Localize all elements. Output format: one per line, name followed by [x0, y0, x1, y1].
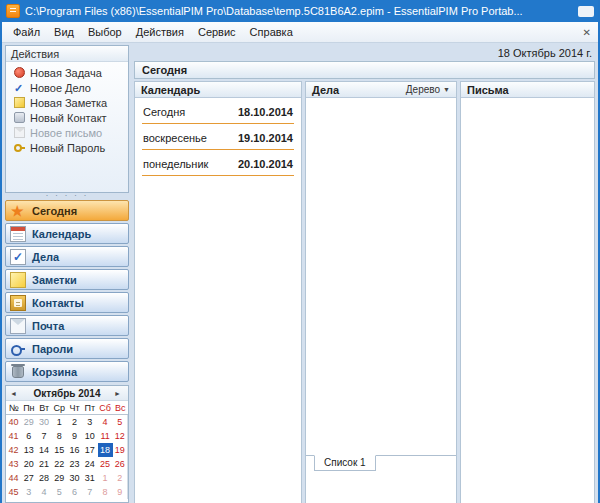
- calendar-day-cell[interactable]: 11: [98, 429, 113, 443]
- menu-item[interactable]: Справка: [243, 24, 300, 40]
- action-label: Новое письмо: [30, 127, 102, 139]
- nav-button[interactable]: Календарь: [5, 223, 129, 244]
- calendar-day-cell[interactable]: 14: [37, 443, 52, 457]
- calendar-day-cell[interactable]: 43: [6, 457, 21, 471]
- prev-month-button[interactable]: ◄: [10, 390, 20, 397]
- tasks-column: Дела Дерево ▼ Список 1: [305, 81, 457, 503]
- calendar-day-cell[interactable]: 29: [52, 471, 67, 485]
- chevron-down-icon: ▼: [443, 86, 450, 93]
- entry-date-label: 19.10.2014: [238, 132, 293, 144]
- calendar-day-cell[interactable]: 5: [52, 485, 67, 499]
- calendar-day-cell[interactable]: 12: [113, 429, 128, 443]
- nav-label: Календарь: [32, 228, 91, 240]
- calendar-entry[interactable]: воскресенье 19.10.2014: [135, 124, 301, 150]
- calendar-day-cell[interactable]: 30: [67, 471, 82, 485]
- calendar-day-cell[interactable]: 2: [113, 471, 128, 485]
- calendar-day-cell[interactable]: 10: [82, 429, 97, 443]
- calendar-day-cell[interactable]: 20: [21, 457, 36, 471]
- menu-item[interactable]: Выбор: [81, 24, 129, 40]
- nav-button[interactable]: Контакты: [5, 292, 129, 313]
- next-month-button[interactable]: ►: [114, 390, 124, 397]
- calendar-day-cell[interactable]: 42: [6, 443, 21, 457]
- mini-calendar: ◄ Октябрь 2014 ► № Пн Вт Ср Чт: [5, 385, 129, 503]
- menu-item[interactable]: Вид: [47, 24, 81, 40]
- nav-button[interactable]: Сегодня: [5, 200, 129, 221]
- calendar-day-cell[interactable]: 29: [21, 415, 36, 429]
- weekday-header-cell: Пн: [21, 401, 36, 415]
- calendar-day-cell[interactable]: 4: [37, 485, 52, 499]
- calendar-day-cell[interactable]: 15: [52, 443, 67, 457]
- calendar-column-body: Сегодня 18.10.2014 воскресенье 19.10.201…: [135, 98, 301, 503]
- nav-button[interactable]: Почта: [5, 315, 129, 336]
- window-controls[interactable]: [578, 6, 594, 17]
- weekday-header-cell: Сб: [98, 401, 113, 415]
- action-item[interactable]: Новая Заметка: [6, 95, 128, 110]
- menu-item[interactable]: Действия: [129, 24, 191, 40]
- weekday-header-cell: Пт: [82, 401, 97, 415]
- weekday-header-cell: Ср: [52, 401, 67, 415]
- action-item[interactable]: Новая Задача: [6, 65, 128, 80]
- calendar-day-cell[interactable]: 22: [52, 457, 67, 471]
- menu-close-icon[interactable]: ✕: [576, 27, 598, 38]
- calendar-day-cell[interactable]: 19: [113, 443, 128, 457]
- calendar-day-cell[interactable]: 41: [6, 429, 21, 443]
- action-item[interactable]: Новое письмо: [6, 125, 128, 140]
- calendar-entry[interactable]: понедельник 20.10.2014: [135, 150, 301, 176]
- tasks-column-title: Дела: [312, 84, 339, 96]
- entry-date-label: 18.10.2014: [238, 106, 293, 118]
- calendar-day-cell[interactable]: 45: [6, 485, 21, 499]
- calendar-day-cell[interactable]: 9: [113, 485, 128, 499]
- today-columns: Календарь Сегодня 18.10.2014: [134, 81, 595, 503]
- calendar-day-cell[interactable]: 30: [37, 415, 52, 429]
- action-item[interactable]: Новый Контакт: [6, 110, 128, 125]
- action-item[interactable]: Новый Пароль: [6, 140, 128, 155]
- calendar-day-cell[interactable]: 17: [82, 443, 97, 457]
- list-tab[interactable]: Список 1: [314, 455, 376, 471]
- calendar-day-cell[interactable]: 40: [6, 415, 21, 429]
- nav-button[interactable]: Пароли: [5, 338, 129, 359]
- action-item[interactable]: Новое Дело: [6, 80, 128, 95]
- menu-item[interactable]: Сервис: [191, 24, 243, 40]
- weekday-header-cell: Вс: [113, 401, 128, 415]
- calendar-day-cell[interactable]: 4: [98, 415, 113, 429]
- tree-view-dropdown[interactable]: Дерево ▼: [406, 84, 450, 95]
- nav-button[interactable]: Корзина: [5, 361, 129, 382]
- calendar-day-cell[interactable]: 9: [67, 429, 82, 443]
- calendar-day-cell[interactable]: 24: [82, 457, 97, 471]
- calendar-day-cell[interactable]: 26: [113, 457, 128, 471]
- calendar-day-cell[interactable]: 1: [52, 415, 67, 429]
- nav-icon: [10, 226, 26, 242]
- calendar-entry[interactable]: Сегодня 18.10.2014: [135, 98, 301, 124]
- calendar-day-cell[interactable]: 16: [67, 443, 82, 457]
- calendar-day-cell[interactable]: 3: [21, 485, 36, 499]
- calendar-day-cell[interactable]: 8: [98, 485, 113, 499]
- weekday-header-cell: Вт: [37, 401, 52, 415]
- nav-button[interactable]: Дела: [5, 246, 129, 267]
- calendar-day-cell[interactable]: 7: [37, 429, 52, 443]
- action-icon: [14, 112, 25, 123]
- calendar-day-cell[interactable]: 8: [52, 429, 67, 443]
- menu-item[interactable]: Файл: [6, 24, 47, 40]
- calendar-day-cell[interactable]: 3: [82, 415, 97, 429]
- window-title: C:\Program Files (x86)\EssentialPIM Pro\…: [25, 5, 574, 17]
- calendar-day-cell[interactable]: 25: [98, 457, 113, 471]
- calendar-day-cell[interactable]: 1: [98, 471, 113, 485]
- calendar-day-cell[interactable]: 5: [113, 415, 128, 429]
- action-label: Новая Задача: [30, 67, 102, 79]
- calendar-day-cell[interactable]: 44: [6, 471, 21, 485]
- calendar-day-cell[interactable]: 7: [82, 485, 97, 499]
- calendar-day-cell[interactable]: 13: [21, 443, 36, 457]
- calendar-day-cell[interactable]: 6: [21, 429, 36, 443]
- calendar-day-cell[interactable]: 27: [21, 471, 36, 485]
- calendar-day-cell[interactable]: 2: [67, 415, 82, 429]
- mini-calendar-header: ◄ Октябрь 2014 ►: [6, 386, 128, 401]
- calendar-day-cell[interactable]: 23: [67, 457, 82, 471]
- nav-button[interactable]: Заметки: [5, 269, 129, 290]
- calendar-day-cell[interactable]: 6: [67, 485, 82, 499]
- calendar-day-cell[interactable]: 21: [37, 457, 52, 471]
- entry-divider: [142, 175, 294, 176]
- splitter-handle[interactable]: [5, 193, 129, 200]
- calendar-day-cell[interactable]: 18: [98, 443, 113, 457]
- calendar-day-cell[interactable]: 28: [37, 471, 52, 485]
- calendar-day-cell[interactable]: 31: [82, 471, 97, 485]
